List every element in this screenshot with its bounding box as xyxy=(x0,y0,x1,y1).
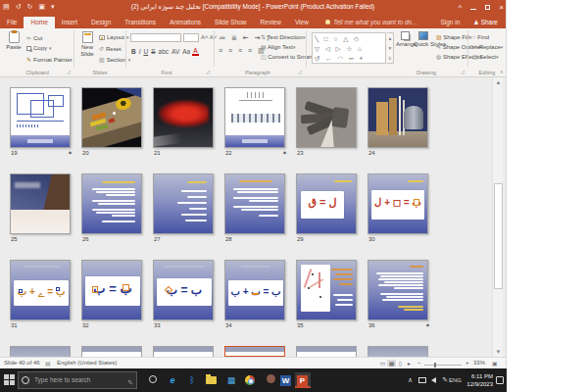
slide-31[interactable]: ب + ے = ب 31 xyxy=(10,260,73,334)
slide-41-partial[interactable] xyxy=(296,346,357,357)
zoom-slider[interactable] xyxy=(424,365,462,366)
tab-insert[interactable]: Insert xyxy=(55,17,84,28)
change-case-button[interactable]: Aa xyxy=(181,48,191,55)
character-spacing-button[interactable]: AV xyxy=(171,48,180,55)
drawing-dialog-launcher-icon[interactable]: ◿ xyxy=(461,69,465,74)
shapes-gallery[interactable]: ╲ □ ○ △ ◇ ▽ ◁ ▷ ☆ ⌂ ↺ ← ◠ ═ + xyxy=(312,32,386,64)
scroll-down-icon[interactable]: ▼ xyxy=(493,347,504,357)
close-button[interactable]: × xyxy=(499,3,504,12)
save-icon[interactable]: ▤ xyxy=(3,1,10,13)
slide-37-partial[interactable] xyxy=(10,346,71,357)
font-dialog-launcher-icon[interactable]: ◿ xyxy=(206,69,210,74)
select-button[interactable]: ▢ Select▾ xyxy=(472,52,499,62)
slide-sorter-view-button[interactable]: ▦ xyxy=(387,360,396,367)
align-text-button[interactable]: ▤ Align Text▾ xyxy=(261,42,295,52)
slide-42-partial[interactable] xyxy=(368,346,428,357)
tell-me-box[interactable]: Tell me what you want to do... xyxy=(316,17,423,28)
taskbar-cortana-circle-icon[interactable] xyxy=(145,372,161,388)
font-size-combobox[interactable] xyxy=(183,33,199,42)
scrollbar-thumb[interactable] xyxy=(494,183,503,289)
taskbar-powerpoint-icon[interactable]: P xyxy=(295,372,311,388)
tab-home[interactable]: Home xyxy=(24,17,54,28)
start-slideshow-icon[interactable]: ▣ xyxy=(38,1,45,13)
slide-23[interactable]: 23 xyxy=(296,87,359,162)
slide-40-partial-selected[interactable] xyxy=(224,346,285,357)
slide-sorter-view[interactable]: 19 ✶ 20 21 xyxy=(0,77,506,357)
arrange-button[interactable]: Arrange xyxy=(396,31,414,48)
slide-24[interactable]: 24 xyxy=(368,87,430,162)
customize-qat-icon[interactable]: ▾ xyxy=(51,1,55,13)
slide-32[interactable]: ب = ب 32 xyxy=(81,260,144,334)
slide-29[interactable]: ق = ل 29 xyxy=(296,173,359,248)
bold-button[interactable]: B xyxy=(130,48,137,55)
collapse-ribbon-icon[interactable]: ∧ xyxy=(500,69,504,74)
slide-22[interactable]: 22 ✶ xyxy=(224,87,287,162)
clock[interactable]: 6:11 PM 12/9/2023 xyxy=(466,372,493,388)
taskbar-store-icon[interactable]: ▦ xyxy=(223,372,239,388)
quick-styles-button[interactable]: Quick Styles xyxy=(414,31,433,48)
taskbar-bluetooth-icon[interactable]: ᛒ xyxy=(184,372,200,388)
cut-button[interactable]: ✂Cut xyxy=(26,34,42,41)
share-button[interactable]: ♟ Share xyxy=(466,17,506,28)
text-direction-button[interactable]: ⇅ Text Direction▾ xyxy=(261,32,305,42)
taskbar-app-icon[interactable] xyxy=(263,372,278,388)
reset-button[interactable]: ↺Reset xyxy=(99,45,122,52)
normal-view-button[interactable]: ▭ xyxy=(378,360,387,367)
slide-27[interactable]: 27 xyxy=(153,173,216,248)
font-color-button[interactable]: A xyxy=(192,47,198,56)
paragraph-row2-buttons[interactable]: ≡ ≡ ≡ ≡ ▥ xyxy=(219,47,267,55)
replace-button[interactable]: ⇄ Replace▾ xyxy=(472,42,503,52)
zoom-out-button[interactable]: − xyxy=(417,360,421,366)
slide-35[interactable]: 35 xyxy=(296,260,359,334)
paragraph-dialog-launcher-icon[interactable]: ◿ xyxy=(298,69,302,74)
text-shadow-button[interactable]: abc xyxy=(158,48,170,55)
zoom-in-button[interactable]: + xyxy=(466,360,469,366)
clipboard-dialog-launcher-icon[interactable]: ◿ xyxy=(67,69,71,74)
slide-28[interactable]: 28 xyxy=(224,173,287,248)
tab-file[interactable]: File xyxy=(0,17,24,28)
network-icon[interactable] xyxy=(418,377,426,383)
slide-30[interactable]: ل + ◻ = ب 30 xyxy=(368,173,430,248)
scroll-up-icon[interactable]: ▲ xyxy=(493,77,504,87)
shapes-row3[interactable]: ↺ ← ◠ ═ + xyxy=(315,54,383,64)
undo-icon[interactable]: ↺ xyxy=(16,1,22,13)
slide-25[interactable]: 25 xyxy=(10,173,73,248)
shapes-row1[interactable]: ╲ □ ○ △ ◇ xyxy=(315,34,383,44)
font-name-combobox[interactable] xyxy=(130,33,181,42)
slide-21[interactable]: 21 xyxy=(153,87,216,162)
tab-review[interactable]: Review xyxy=(254,17,288,28)
animation-indicator-icon[interactable]: ✶ xyxy=(68,149,73,156)
action-center-icon[interactable] xyxy=(496,376,504,384)
shapes-row2[interactable]: ▽ ◁ ▷ ☆ ⌂ xyxy=(315,44,383,54)
sign-in-button[interactable]: Sign in xyxy=(434,17,466,28)
slide-20[interactable]: 20 xyxy=(81,87,144,162)
slideshow-view-button[interactable]: ▸ xyxy=(405,360,414,367)
strikethrough-button[interactable]: S xyxy=(150,48,156,55)
slide-34[interactable]: ب + ٮ = ب 34 xyxy=(224,260,287,334)
vertical-scrollbar[interactable]: ▲ ▼ xyxy=(492,77,503,357)
taskbar-edge-icon[interactable]: e xyxy=(165,372,180,388)
taskbar-chrome-icon[interactable] xyxy=(243,372,259,388)
slide-38-partial[interactable] xyxy=(81,346,142,357)
slide-39-partial[interactable] xyxy=(153,346,214,357)
zoom-level[interactable]: 33% xyxy=(473,360,485,366)
italic-button[interactable]: I xyxy=(138,48,142,55)
tray-chevron-icon[interactable]: ∧ xyxy=(408,376,413,384)
zoom-slider-thumb[interactable] xyxy=(434,363,436,368)
animation-indicator-icon[interactable]: ✶ xyxy=(425,321,430,328)
tab-view[interactable]: View xyxy=(288,17,316,28)
shapes-gallery-scroll[interactable]: ▲▼≡ xyxy=(387,32,394,64)
slide-36[interactable]: 36 ✶ xyxy=(368,260,430,334)
taskbar-word-icon[interactable]: W xyxy=(278,372,294,388)
slide-26[interactable]: 26 xyxy=(81,173,144,248)
tab-slide-show[interactable]: Slide Show xyxy=(208,17,254,28)
tab-design[interactable]: Design xyxy=(84,17,118,28)
taskbar-search-input[interactable]: Type here to search ✎ xyxy=(18,371,137,389)
tab-transitions[interactable]: Transitions xyxy=(118,17,163,28)
slide-33[interactable]: ب = ب 33 xyxy=(153,260,216,334)
restore-button[interactable] xyxy=(485,5,490,10)
font-toggle-buttons[interactable]: B I U S abc AV Aa A xyxy=(130,47,199,56)
find-button[interactable]: ○ Find xyxy=(472,32,489,42)
tab-animations[interactable]: Animations xyxy=(163,17,208,28)
paste-button[interactable]: Paste xyxy=(3,31,24,51)
